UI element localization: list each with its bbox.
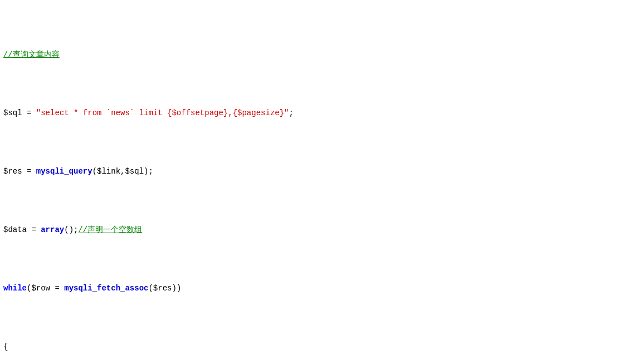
line-1: //查询文章内容: [0, 49, 644, 61]
line-2: $sql = "select * from `news` limit {$off…: [0, 107, 644, 119]
line-3: $res = mysqli_query($link,$sql);: [0, 166, 644, 177]
line-6: {: [0, 341, 644, 353]
line-4: $data = array();//声明一个空数组: [0, 224, 644, 236]
comment-1: //查询文章内容: [3, 50, 60, 59]
line-5: while($row = mysqli_fetch_assoc($res)): [0, 283, 644, 294]
code-block: //查询文章内容 $sql = "select * from `news` li…: [0, 0, 644, 360]
